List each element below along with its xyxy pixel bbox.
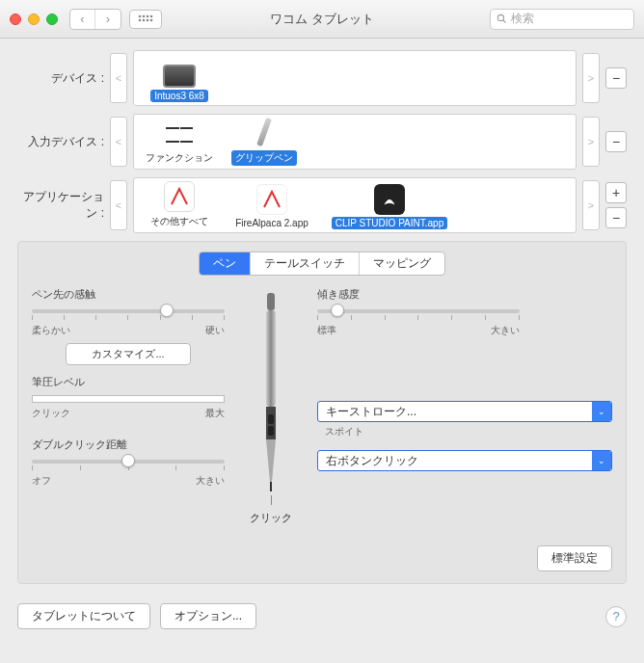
firealpaca-icon [256,184,287,215]
feel-hard-label: 硬い [205,324,225,337]
tilt-sensitivity-label: 傾き感度 [317,287,612,302]
device-item[interactable]: Intuos3 6x8 [137,65,222,102]
chevron-down-icon: ⌄ [592,451,611,470]
application-item[interactable]: FireAlpaca 2.app [222,184,322,229]
device-item-label: Intuos3 6x8 [150,90,208,102]
input-device-item[interactable]: グリップペン [222,118,307,166]
svg-rect-10 [267,293,275,310]
tablet-icon [163,65,196,88]
pen-icon [246,118,282,148]
tilt-low-label: 標準 [317,324,336,337]
input-device-list: ファンクション グリップペン [133,114,577,170]
pressure-max-label: 最大 [205,407,225,420]
search-icon [496,13,507,24]
nav-back-forward[interactable]: ‹ › [69,9,121,30]
tilt-high-label: 大きい [491,324,520,337]
settings-panel: ペン テールスイッチ マッピング ペン先の感触 柔らかい 硬い カスタマイズ..… [17,241,627,584]
default-settings-button[interactable]: 標準設定 [537,545,612,571]
svg-point-3 [150,14,153,17]
scroll-left-button[interactable]: < [110,180,127,230]
input-device-item-label: グリップペン [231,150,297,166]
pressure-click-label: クリック [32,407,70,420]
zoom-icon[interactable] [46,13,58,25]
generic-app-icon [164,181,195,212]
input-device-item[interactable]: ファンクション [137,121,222,166]
upper-button-value: キーストローク... [318,402,592,421]
options-button[interactable]: オプション... [160,603,256,629]
tab-bar: ペン テールスイッチ マッピング [32,252,612,276]
remove-device-button[interactable]: − [605,67,627,89]
application-item-label: FireAlpaca 2.app [231,217,312,229]
application-item[interactable]: CLIP STUDIO PAINT.app [322,184,457,229]
feel-soft-label: 柔らかい [32,324,70,337]
lower-button-value: 右ボタンクリック [318,451,592,470]
svg-point-0 [139,14,142,17]
svg-line-9 [503,20,506,23]
svg-rect-14 [268,426,274,436]
close-icon[interactable] [10,13,21,25]
window-controls [10,13,58,25]
double-click-distance-label: ダブルクリック距離 [32,438,225,452]
input-device-item-label: ファンクション [142,150,217,166]
upper-button-combo[interactable]: キーストローク... ⌄ [317,401,612,422]
back-icon[interactable]: ‹ [70,10,95,29]
pen-illustration [257,293,284,495]
tilt-sensitivity-slider[interactable]: 標準 大きい [317,309,520,337]
lower-button-combo[interactable]: 右ボタンクリック ⌄ [317,450,612,471]
titlebar: ‹ › ワコム タブレット 検索 [0,0,644,39]
svg-point-4 [139,18,142,21]
application-row: アプリケーション : < その他すべて FireAlpaca 2.app CLI… [17,177,627,233]
application-item[interactable]: その他すべて [137,181,222,229]
svg-point-2 [147,14,149,17]
svg-point-5 [143,18,146,21]
svg-rect-13 [268,414,274,424]
remove-application-button[interactable]: − [605,207,627,228]
svg-point-1 [143,14,146,17]
tab-mapping[interactable]: マッピング [360,252,444,275]
scroll-left-button[interactable]: < [110,117,127,167]
clipstudio-icon [374,184,405,215]
show-all-button[interactable] [129,10,162,29]
help-button[interactable]: ? [605,606,627,627]
svg-point-8 [497,14,503,20]
customize-button[interactable]: カスタマイズ... [66,343,191,365]
application-list: その他すべて FireAlpaca 2.app CLIP STUDIO PAIN… [133,177,577,233]
dbl-off-label: オフ [32,474,51,488]
tip-feel-slider[interactable]: 柔らかい 硬い [32,309,225,337]
scroll-right-button[interactable]: > [582,117,600,167]
scroll-right-button[interactable]: > [582,53,600,103]
device-label: デバイス : [17,70,110,87]
tip-feel-label: ペン先の感触 [32,287,225,302]
minimize-icon[interactable] [28,13,40,25]
device-row: デバイス : < Intuos3 6x8 > − [17,50,627,106]
tip-action-label: クリック [250,511,292,525]
input-device-label: 入力デバイス : [17,134,110,150]
chevron-down-icon: ⌄ [592,402,611,421]
pressure-level-meter [32,395,225,403]
remove-input-device-button[interactable]: − [605,131,627,152]
dbl-high-label: 大きい [196,474,225,488]
upper-button-hint: スポイト [325,425,612,438]
scroll-left-button[interactable]: < [110,53,127,103]
tab-pen[interactable]: ペン [200,252,251,275]
pressure-level-label: 筆圧レベル [32,375,225,389]
application-item-label: その他すべて [147,214,212,229]
tab-tail-switch[interactable]: テールスイッチ [251,252,360,275]
scroll-right-button[interactable]: > [582,180,600,230]
about-tablet-button[interactable]: タブレットについて [17,603,150,629]
forward-icon[interactable]: › [95,10,121,29]
double-click-slider[interactable]: オフ 大きい [32,460,225,488]
functions-icon [166,121,193,148]
application-label: アプリケーション : [17,189,110,222]
footer: タブレットについて オプション... ? [0,594,644,639]
svg-rect-15 [270,482,272,491]
svg-rect-11 [266,310,276,407]
device-list: Intuos3 6x8 [133,50,577,106]
add-application-button[interactable]: + [605,182,627,203]
application-item-label: CLIP STUDIO PAINT.app [332,217,447,229]
search-placeholder: 検索 [511,11,534,27]
input-device-row: 入力デバイス : < ファンクション グリップペン > − [17,114,627,170]
svg-point-7 [150,18,153,21]
svg-point-6 [147,18,149,21]
search-input[interactable]: 検索 [490,9,634,30]
